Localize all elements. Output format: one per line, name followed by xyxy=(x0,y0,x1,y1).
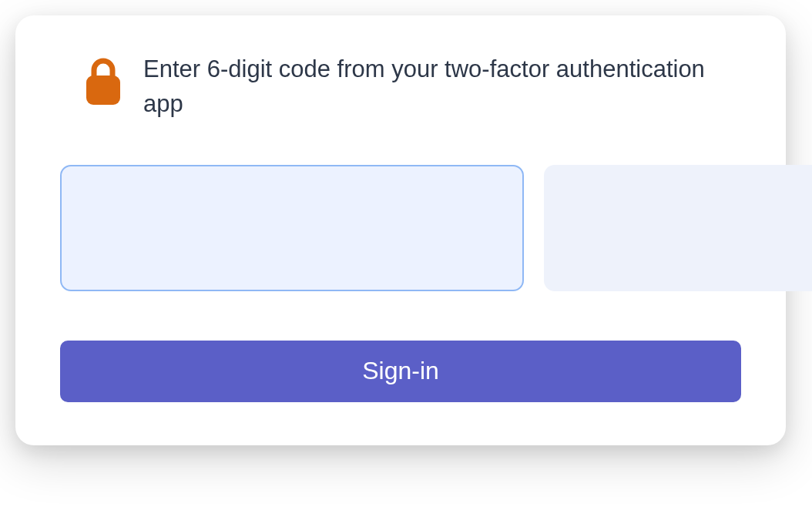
signin-button[interactable]: Sign-in xyxy=(60,341,741,402)
lock-icon xyxy=(82,57,125,106)
code-input-group xyxy=(60,165,741,291)
card-header: Enter 6-digit code from your two-factor … xyxy=(60,52,741,122)
code-digit-1[interactable] xyxy=(60,165,524,291)
instruction-text: Enter 6-digit code from your two-factor … xyxy=(143,52,710,122)
two-factor-card: Enter 6-digit code from your two-factor … xyxy=(15,15,786,445)
code-digit-2[interactable] xyxy=(544,165,812,291)
svg-rect-0 xyxy=(86,76,120,105)
